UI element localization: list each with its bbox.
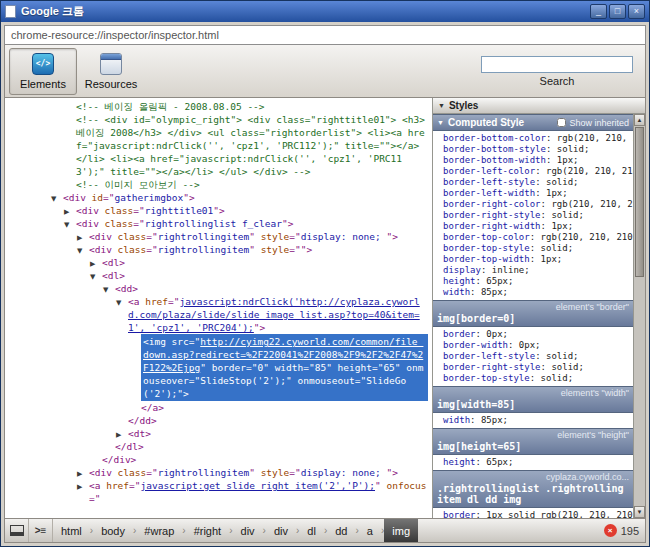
css-property[interactable]: border-right-color: rgb(210, 210, 210); — [433, 199, 633, 210]
dom-tree-node[interactable]: ▶<a href="javascript:get_slide_right_ite… — [5, 479, 432, 505]
css-property[interactable]: border-top-color: rgb(210, 210, 210); — [433, 232, 633, 243]
rule-selector: .rightrollinglist .rightrollingitem dl d… — [437, 483, 629, 505]
css-property[interactable]: border-bottom-color: rgb(210, 210, 210); — [433, 133, 633, 144]
console-button[interactable]: >≡ — [29, 519, 53, 542]
crumb-dd[interactable]: dd — [327, 519, 355, 542]
scrollbar-track[interactable] — [634, 278, 645, 506]
sidebar-scrollbar[interactable]: ▲ ▼ — [633, 114, 645, 518]
show-inherited-checkbox[interactable] — [557, 118, 566, 127]
rule-properties: border: 0px;border-width: 0px;border-lef… — [433, 327, 633, 386]
dom-tree-node[interactable]: ▼<a href="javascript:ndrClick('http://cy… — [5, 295, 432, 334]
scroll-up-icon[interactable]: ▲ — [634, 114, 645, 126]
css-property[interactable]: border-left-width: 1px; — [433, 188, 633, 199]
css-property[interactable]: display: inline; — [433, 265, 633, 276]
css-property-value: : 1px; — [541, 221, 574, 231]
styles-pane-content: ▼ Computed Style Show inherited border-b… — [433, 114, 633, 518]
css-property-name: border-left-color — [443, 166, 535, 176]
dom-tree-node[interactable]: <!-- 이미지 모아보기 --> — [5, 178, 432, 191]
toolbar-button-resources[interactable]: Resources — [77, 48, 145, 95]
dom-tree-node[interactable]: ▼<div id="gatherimgbox"> — [5, 191, 432, 204]
toolbar-button-label: Elements — [20, 78, 66, 90]
css-property-name: border-right-width — [443, 221, 541, 231]
close-button[interactable]: × — [628, 4, 645, 19]
crumb-wrap[interactable]: #wrap — [136, 519, 182, 542]
css-property[interactable]: border-top-style: solid; — [433, 243, 633, 254]
search-input[interactable] — [481, 56, 633, 73]
rule-header[interactable]: element's "height"img[height=65] — [433, 428, 633, 455]
node-text: <a href="javascript:ndrClick('http://cyp… — [128, 296, 420, 333]
css-property[interactable]: width: 85px; — [433, 415, 633, 426]
css-property-value: : solid; — [530, 243, 573, 253]
dom-tree-node[interactable]: <!-- 베이징 올림픽 - 2008.08.05 --> — [5, 100, 432, 113]
css-property[interactable]: border-width: 0px; — [433, 340, 633, 351]
node-text: <a href="javascript:get_slide_right_item… — [89, 480, 427, 504]
css-property[interactable]: width: 85px; — [433, 287, 633, 298]
crumb-div[interactable]: div — [233, 519, 263, 542]
window-controls: _□× — [588, 4, 645, 19]
crumb-body[interactable]: body — [93, 519, 133, 542]
rule-selector: img[width=85] — [437, 399, 629, 410]
scrollbar-thumb[interactable] — [635, 127, 644, 277]
maximize-button[interactable]: □ — [609, 4, 626, 19]
dom-tree-node[interactable]: </a> — [5, 401, 432, 414]
css-property[interactable]: height: 65px; — [433, 457, 633, 468]
css-property[interactable]: border: 0px; — [433, 329, 633, 340]
crumb-dl[interactable]: dl — [299, 519, 324, 542]
css-property[interactable]: border-left-style: solid; — [433, 351, 633, 362]
dom-tree-node[interactable]: ▼<div class="rightrollingitem" style=""> — [5, 243, 432, 256]
css-property[interactable]: border-left-color: rgb(210, 210, 210); — [433, 166, 633, 177]
node-text: <dt> — [128, 428, 151, 439]
dom-tree-node[interactable]: </dl> — [5, 440, 432, 453]
css-property[interactable]: border-right-width: 1px; — [433, 221, 633, 232]
css-property[interactable]: border: 1px solid rgb(210, 210, 210); — [433, 510, 633, 518]
css-property[interactable]: border-left-style: solid; — [433, 177, 633, 188]
dom-tree-node[interactable]: ▼<div class="rightrollinglist f_clear"> — [5, 217, 432, 230]
toolbar-button-elements[interactable]: </>Elements — [9, 48, 77, 95]
dom-tree-node[interactable]: ▶<div class="righttitle01"> — [5, 204, 432, 217]
dom-tree-node[interactable]: </dd> — [5, 414, 432, 427]
dom-tree-node[interactable]: ▼<dl> — [5, 269, 432, 282]
crumb-right[interactable]: #right — [186, 519, 230, 542]
dom-tree-node[interactable]: <img src="http://cyimg22.cyworld.com/com… — [5, 334, 432, 401]
crumb-div[interactable]: div — [266, 519, 296, 542]
address-bar[interactable]: chrome-resource://inspector/inspector.ht… — [4, 25, 646, 45]
scroll-down-icon[interactable]: ▼ — [634, 506, 645, 518]
dom-tree-node[interactable]: ▶<div class="rightrollingitem" style="di… — [5, 230, 432, 243]
css-property[interactable]: border-bottom-width: 1px; — [433, 155, 633, 166]
dock-button[interactable] — [5, 519, 29, 542]
breadcrumb: html›body›#wrap›#right›div›div›dl›dd›a›i… — [53, 519, 598, 542]
style-rule: element's "width"img[width=85]width: 85p… — [433, 386, 633, 428]
css-property[interactable]: border-top-width: 1px; — [433, 254, 633, 265]
computed-style-header[interactable]: ▼ Computed Style Show inherited — [433, 114, 633, 131]
error-badge[interactable]: × 195 — [598, 524, 645, 537]
dom-tree-node[interactable]: <!-- <div id="olympic_right"> <div class… — [5, 113, 432, 178]
minimize-button[interactable]: _ — [590, 4, 607, 19]
css-property[interactable]: border-right-style: solid; — [433, 362, 633, 373]
computed-style-properties: border-bottom-color: rgb(210, 210, 210);… — [433, 131, 633, 300]
css-property[interactable]: border-right-style: solid; — [433, 210, 633, 221]
crumb-html[interactable]: html — [53, 519, 90, 542]
address-url: chrome-resource://inspector/inspector.ht… — [11, 29, 219, 41]
rule-header[interactable]: cyplaza.cyworld.co....rightrollinglist .… — [433, 470, 633, 508]
rule-header[interactable]: element's "border"img[border=0] — [433, 300, 633, 327]
css-property-name: border-bottom-style — [443, 144, 546, 154]
expand-arrow-icon[interactable]: ▶ — [77, 481, 82, 494]
css-property-value: : rgb(210, 210, 210); — [530, 232, 633, 242]
css-property[interactable]: border-top-style: solid; — [433, 373, 633, 384]
dom-tree-node[interactable]: ▶<div class="rightrollingitem" style="di… — [5, 466, 432, 479]
dom-tree-node[interactable]: ▼<dd> — [5, 282, 432, 295]
crumb-a[interactable]: a — [359, 519, 381, 542]
css-property-value: : 85px; — [470, 415, 508, 425]
css-property-value: : 85px; — [470, 287, 508, 297]
collapse-arrow-icon: ▼ — [438, 102, 445, 109]
rule-header[interactable]: element's "width"img[width=85] — [433, 386, 633, 413]
dom-tree-node[interactable]: </div> — [5, 453, 432, 466]
collapse-arrow-icon[interactable]: ▼ — [116, 297, 121, 310]
styles-pane-header[interactable]: ▼ Styles — [433, 98, 645, 114]
dom-tree-node[interactable]: ▶<dl> — [5, 256, 432, 269]
css-property[interactable]: border-bottom-style: solid; — [433, 144, 633, 155]
rule-source: cyplaza.cyworld.co... — [437, 472, 629, 483]
css-property[interactable]: height: 65px; — [433, 276, 633, 287]
dom-tree-node[interactable]: ▶<dt> — [5, 427, 432, 440]
crumb-img[interactable]: img — [384, 519, 418, 542]
